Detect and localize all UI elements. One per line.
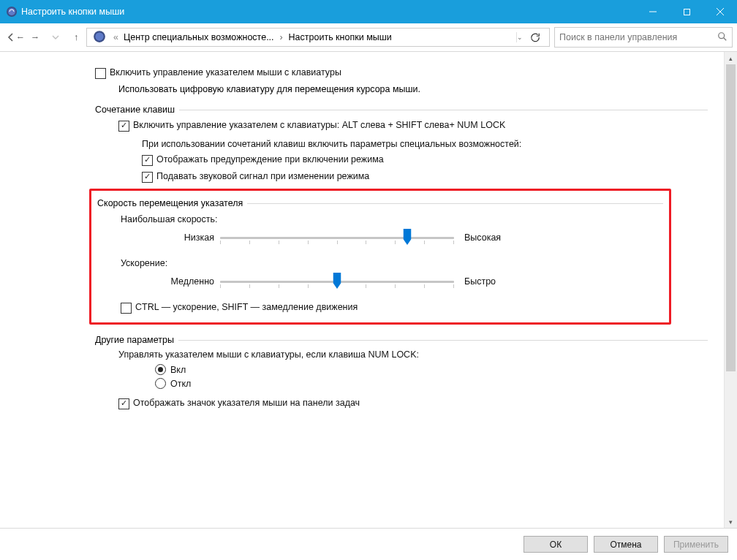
numlock-on-radio[interactable] — [155, 364, 166, 375]
hotkey-enable-label: Включить управление указателем с клавиат… — [133, 120, 505, 130]
svg-rect-10 — [404, 229, 412, 239]
apply-button[interactable]: Применить — [664, 536, 728, 553]
numlock-off-label: Откл — [170, 379, 191, 389]
refresh-button[interactable] — [529, 32, 542, 42]
scroll-up-icon[interactable]: ▴ — [725, 52, 737, 64]
window-title: Настроить кнопки мыши — [21, 7, 636, 17]
search-placeholder: Поиск в панели управления — [559, 32, 717, 42]
svg-point-8 — [719, 32, 725, 38]
legend-other: Другие параметры — [95, 335, 174, 345]
scroll-down-icon[interactable]: ▾ — [725, 515, 737, 528]
minimize-button[interactable] — [636, 0, 670, 23]
cancel-button[interactable]: Отмена — [594, 536, 658, 553]
acceleration-label: Ускорение: — [121, 258, 663, 268]
numlock-on-label: Вкл — [170, 365, 186, 375]
breadcrumb-root-icon: « — [113, 32, 118, 42]
breadcrumb-crumb-1[interactable]: Центр специальных возможносте... — [121, 32, 276, 42]
nav-recent-button[interactable] — [45, 27, 66, 48]
vertical-scrollbar[interactable]: ▴ ▾ — [724, 52, 737, 528]
top-speed-thumb[interactable] — [404, 229, 412, 245]
maximize-button[interactable] — [670, 0, 703, 23]
enable-mousekeys-label: Включить управление указателем мыши с кл… — [110, 67, 341, 77]
numlock-off-radio[interactable] — [155, 378, 166, 389]
svg-line-9 — [724, 37, 727, 40]
nav-forward-button[interactable]: → — [25, 27, 45, 48]
legend-speed: Скорость перемещения указателя — [97, 198, 243, 208]
breadcrumb-separator-icon: › — [276, 32, 287, 42]
svg-rect-3 — [684, 9, 689, 15]
numlock-label: Управлять указателем мыши с клавиатуры, … — [118, 349, 708, 360]
top-speed-slider[interactable] — [220, 229, 454, 246]
slider-fast-label: Быстро — [454, 276, 496, 287]
breadcrumb[interactable]: « Центр специальных возможносте... › Нас… — [86, 28, 550, 47]
search-input[interactable]: Поиск в панели управления — [554, 27, 733, 48]
close-button[interactable] — [703, 0, 737, 23]
show-warning-label: Отображать предупреждение при включении … — [156, 154, 384, 164]
show-tray-icon-label: Отображать значок указателя мыши на пане… — [133, 398, 360, 408]
enable-mousekeys-desc: Использовать цифровую клавиатуру для пер… — [118, 84, 708, 94]
ctrl-shift-label: CTRL — ускорение, SHIFT — замедление дви… — [135, 302, 358, 312]
svg-marker-13 — [333, 283, 341, 289]
show-warning-checkbox[interactable] — [142, 155, 153, 166]
show-tray-icon-checkbox[interactable] — [118, 398, 129, 409]
nav-up-button[interactable]: ↑ — [66, 27, 86, 48]
slider-slow-label: Медленно — [141, 276, 220, 287]
acceleration-thumb[interactable] — [333, 273, 341, 289]
ctrl-shift-checkbox[interactable] — [121, 303, 132, 314]
breadcrumb-dropdown-icon[interactable]: ⌄ — [517, 34, 523, 41]
hotkey-options-label: При использовании сочетаний клавиш включ… — [142, 139, 708, 149]
svg-point-7 — [95, 32, 103, 40]
enable-mousekeys-checkbox[interactable] — [95, 68, 106, 79]
slider-high-label: Высокая — [454, 232, 501, 243]
ok-button[interactable]: ОК — [524, 536, 588, 553]
top-speed-label: Наибольшая скорость: — [121, 214, 663, 224]
play-sound-label: Подавать звуковой сигнал при изменении р… — [156, 171, 369, 181]
svg-rect-12 — [333, 273, 341, 283]
search-icon — [717, 31, 727, 44]
nav-back-button[interactable]: ← — [4, 27, 25, 48]
legend-hotkeys: Сочетание клавиш — [95, 105, 175, 115]
acceleration-slider[interactable] — [220, 273, 454, 290]
svg-marker-11 — [404, 239, 412, 245]
breadcrumb-crumb-2[interactable]: Настроить кнопки мыши — [287, 32, 394, 42]
app-icon — [6, 6, 18, 18]
slider-low-label: Низкая — [141, 232, 220, 243]
hotkey-enable-checkbox[interactable] — [118, 121, 129, 132]
play-sound-checkbox[interactable] — [142, 172, 153, 183]
control-panel-icon — [93, 30, 107, 45]
scroll-thumb[interactable] — [726, 64, 736, 371]
